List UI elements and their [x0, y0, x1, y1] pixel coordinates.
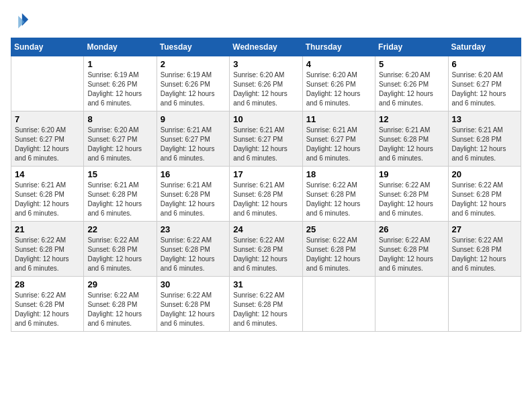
day-number: 23	[161, 224, 226, 234]
column-header-tuesday: Tuesday	[157, 38, 229, 56]
calendar-cell: 1Sunrise: 6:19 AMSunset: 6:26 PMDaylight…	[84, 56, 157, 111]
day-info: Sunrise: 6:21 AMSunset: 6:27 PMDaylight:…	[233, 126, 298, 163]
day-number: 27	[452, 224, 517, 234]
calendar-cell: 6Sunrise: 6:20 AMSunset: 6:27 PMDaylight…	[448, 56, 521, 111]
day-number: 2	[161, 59, 226, 69]
day-number: 24	[233, 224, 298, 234]
calendar-week-row: 14Sunrise: 6:21 AMSunset: 6:28 PMDayligh…	[11, 167, 521, 222]
day-info: Sunrise: 6:20 AMSunset: 6:26 PMDaylight:…	[306, 71, 371, 108]
day-info: Sunrise: 6:22 AMSunset: 6:28 PMDaylight:…	[452, 181, 517, 218]
calendar-cell	[11, 56, 84, 111]
calendar-cell: 14Sunrise: 6:21 AMSunset: 6:28 PMDayligh…	[11, 167, 84, 222]
calendar-cell: 7Sunrise: 6:20 AMSunset: 6:27 PMDaylight…	[11, 111, 84, 167]
day-number: 13	[452, 114, 517, 124]
day-number: 14	[15, 169, 80, 179]
day-info: Sunrise: 6:21 AMSunset: 6:28 PMDaylight:…	[15, 181, 80, 218]
day-number: 12	[379, 114, 444, 124]
calendar-cell: 17Sunrise: 6:21 AMSunset: 6:28 PMDayligh…	[230, 167, 302, 222]
day-number: 30	[161, 279, 226, 289]
column-header-wednesday: Wednesday	[230, 38, 302, 56]
day-number: 8	[87, 114, 152, 124]
column-header-monday: Monday	[84, 38, 157, 56]
calendar-cell: 11Sunrise: 6:21 AMSunset: 6:27 PMDayligh…	[302, 111, 375, 167]
day-number: 1	[87, 59, 152, 69]
day-info: Sunrise: 6:20 AMSunset: 6:26 PMDaylight:…	[379, 71, 444, 108]
day-info: Sunrise: 6:20 AMSunset: 6:27 PMDaylight:…	[15, 126, 80, 163]
day-info: Sunrise: 6:21 AMSunset: 6:28 PMDaylight:…	[379, 126, 444, 163]
column-header-friday: Friday	[375, 38, 448, 56]
day-number: 16	[161, 169, 226, 179]
column-header-saturday: Saturday	[448, 38, 521, 56]
calendar-cell: 15Sunrise: 6:21 AMSunset: 6:28 PMDayligh…	[84, 167, 157, 222]
calendar-cell: 18Sunrise: 6:22 AMSunset: 6:28 PMDayligh…	[302, 167, 375, 222]
calendar-cell: 4Sunrise: 6:20 AMSunset: 6:26 PMDaylight…	[302, 56, 375, 111]
calendar-week-row: 7Sunrise: 6:20 AMSunset: 6:27 PMDaylight…	[11, 111, 521, 167]
day-info: Sunrise: 6:22 AMSunset: 6:28 PMDaylight:…	[161, 291, 226, 328]
calendar-cell	[448, 277, 521, 332]
calendar-cell: 8Sunrise: 6:20 AMSunset: 6:27 PMDaylight…	[84, 111, 157, 167]
calendar-week-row: 21Sunrise: 6:22 AMSunset: 6:28 PMDayligh…	[11, 222, 521, 277]
day-number: 22	[87, 224, 152, 234]
calendar-cell: 12Sunrise: 6:21 AMSunset: 6:28 PMDayligh…	[375, 111, 448, 167]
day-info: Sunrise: 6:22 AMSunset: 6:28 PMDaylight:…	[452, 236, 517, 273]
day-info: Sunrise: 6:22 AMSunset: 6:28 PMDaylight:…	[233, 236, 298, 273]
calendar-cell: 30Sunrise: 6:22 AMSunset: 6:28 PMDayligh…	[157, 277, 229, 332]
svg-marker-0	[22, 13, 28, 26]
day-info: Sunrise: 6:22 AMSunset: 6:28 PMDaylight:…	[87, 291, 152, 328]
day-info: Sunrise: 6:20 AMSunset: 6:27 PMDaylight:…	[87, 126, 152, 163]
calendar-cell: 19Sunrise: 6:22 AMSunset: 6:28 PMDayligh…	[375, 167, 448, 222]
day-info: Sunrise: 6:22 AMSunset: 6:28 PMDaylight:…	[306, 236, 371, 273]
logo	[11, 11, 32, 30]
day-info: Sunrise: 6:22 AMSunset: 6:28 PMDaylight:…	[15, 236, 80, 273]
day-number: 11	[306, 114, 371, 124]
day-info: Sunrise: 6:22 AMSunset: 6:28 PMDaylight:…	[233, 291, 298, 328]
day-number: 21	[15, 224, 80, 234]
calendar-cell: 21Sunrise: 6:22 AMSunset: 6:28 PMDayligh…	[11, 222, 84, 277]
calendar-cell	[302, 277, 375, 332]
day-info: Sunrise: 6:21 AMSunset: 6:28 PMDaylight:…	[87, 181, 152, 218]
calendar-cell: 29Sunrise: 6:22 AMSunset: 6:28 PMDayligh…	[84, 277, 157, 332]
calendar-cell: 24Sunrise: 6:22 AMSunset: 6:28 PMDayligh…	[230, 222, 302, 277]
calendar-cell: 28Sunrise: 6:22 AMSunset: 6:28 PMDayligh…	[11, 277, 84, 332]
day-number: 10	[233, 114, 298, 124]
day-number: 5	[379, 59, 444, 69]
day-info: Sunrise: 6:19 AMSunset: 6:26 PMDaylight:…	[87, 71, 152, 108]
day-info: Sunrise: 6:21 AMSunset: 6:27 PMDaylight:…	[161, 126, 226, 163]
day-info: Sunrise: 6:19 AMSunset: 6:26 PMDaylight:…	[161, 71, 226, 108]
calendar-cell: 5Sunrise: 6:20 AMSunset: 6:26 PMDaylight…	[375, 56, 448, 111]
calendar-cell: 16Sunrise: 6:21 AMSunset: 6:28 PMDayligh…	[157, 167, 229, 222]
day-info: Sunrise: 6:22 AMSunset: 6:28 PMDaylight:…	[306, 181, 371, 218]
day-number: 25	[306, 224, 371, 234]
calendar-cell: 31Sunrise: 6:22 AMSunset: 6:28 PMDayligh…	[230, 277, 302, 332]
calendar-table: SundayMondayTuesdayWednesdayThursdayFrid…	[11, 38, 521, 332]
page-header	[11, 11, 521, 30]
calendar-cell: 25Sunrise: 6:22 AMSunset: 6:28 PMDayligh…	[302, 222, 375, 277]
day-number: 9	[161, 114, 226, 124]
day-number: 29	[87, 279, 152, 289]
calendar-week-row: 1Sunrise: 6:19 AMSunset: 6:26 PMDaylight…	[11, 56, 521, 111]
day-number: 31	[233, 279, 298, 289]
calendar-cell: 9Sunrise: 6:21 AMSunset: 6:27 PMDaylight…	[157, 111, 229, 167]
day-info: Sunrise: 6:22 AMSunset: 6:28 PMDaylight:…	[379, 236, 444, 273]
day-info: Sunrise: 6:20 AMSunset: 6:26 PMDaylight:…	[233, 71, 298, 108]
day-info: Sunrise: 6:22 AMSunset: 6:28 PMDaylight:…	[161, 236, 226, 273]
day-number: 19	[379, 169, 444, 179]
day-number: 18	[306, 169, 371, 179]
day-number: 6	[452, 59, 517, 69]
day-number: 28	[15, 279, 80, 289]
day-info: Sunrise: 6:21 AMSunset: 6:28 PMDaylight:…	[161, 181, 226, 218]
day-info: Sunrise: 6:20 AMSunset: 6:27 PMDaylight:…	[452, 71, 517, 108]
day-number: 17	[233, 169, 298, 179]
calendar-cell: 23Sunrise: 6:22 AMSunset: 6:28 PMDayligh…	[157, 222, 229, 277]
calendar-cell: 3Sunrise: 6:20 AMSunset: 6:26 PMDaylight…	[230, 56, 302, 111]
calendar-cell	[375, 277, 448, 332]
day-info: Sunrise: 6:22 AMSunset: 6:28 PMDaylight:…	[87, 236, 152, 273]
day-number: 4	[306, 59, 371, 69]
day-info: Sunrise: 6:22 AMSunset: 6:28 PMDaylight:…	[15, 291, 80, 328]
day-info: Sunrise: 6:21 AMSunset: 6:28 PMDaylight:…	[233, 181, 298, 218]
calendar-week-row: 28Sunrise: 6:22 AMSunset: 6:28 PMDayligh…	[11, 277, 521, 332]
calendar-header-row: SundayMondayTuesdayWednesdayThursdayFrid…	[11, 38, 521, 56]
day-number: 15	[87, 169, 152, 179]
column-header-thursday: Thursday	[302, 38, 375, 56]
calendar-cell: 27Sunrise: 6:22 AMSunset: 6:28 PMDayligh…	[448, 222, 521, 277]
